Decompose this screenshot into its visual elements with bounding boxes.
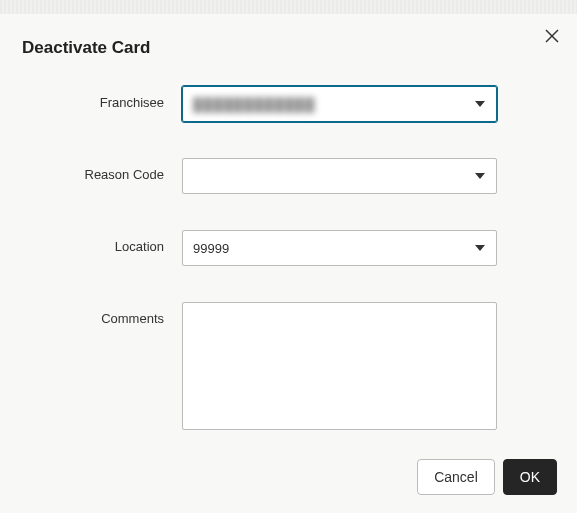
franchisee-value: ████████████	[193, 97, 316, 112]
deactivate-card-dialog: Deactivate Card Franchisee ████████████ …	[0, 14, 577, 513]
reason-code-select-wrap	[182, 158, 497, 194]
dialog-footer: Cancel OK	[417, 459, 557, 495]
reason-code-label: Reason Code	[22, 158, 182, 182]
close-button[interactable]	[545, 28, 559, 46]
location-row: Location 99999	[22, 230, 577, 266]
franchisee-label: Franchisee	[22, 86, 182, 110]
ok-button[interactable]: OK	[503, 459, 557, 495]
top-textured-strip	[0, 0, 577, 14]
franchisee-row: Franchisee ████████████	[22, 86, 577, 122]
franchisee-select-wrap: ████████████	[182, 86, 497, 122]
location-label: Location	[22, 230, 182, 254]
close-icon	[545, 27, 559, 47]
reason-code-row: Reason Code	[22, 158, 577, 194]
comments-label: Comments	[22, 302, 182, 326]
location-select[interactable]: 99999	[182, 230, 497, 266]
cancel-button[interactable]: Cancel	[417, 459, 495, 495]
location-value: 99999	[193, 241, 229, 256]
location-select-wrap: 99999	[182, 230, 497, 266]
reason-code-select[interactable]	[182, 158, 497, 194]
comments-row: Comments	[22, 302, 577, 430]
franchisee-select[interactable]: ████████████	[182, 86, 497, 122]
dialog-title: Deactivate Card	[0, 14, 577, 58]
form-body: Franchisee ████████████ Reason Code	[0, 86, 577, 430]
comments-textarea[interactable]	[182, 302, 497, 430]
